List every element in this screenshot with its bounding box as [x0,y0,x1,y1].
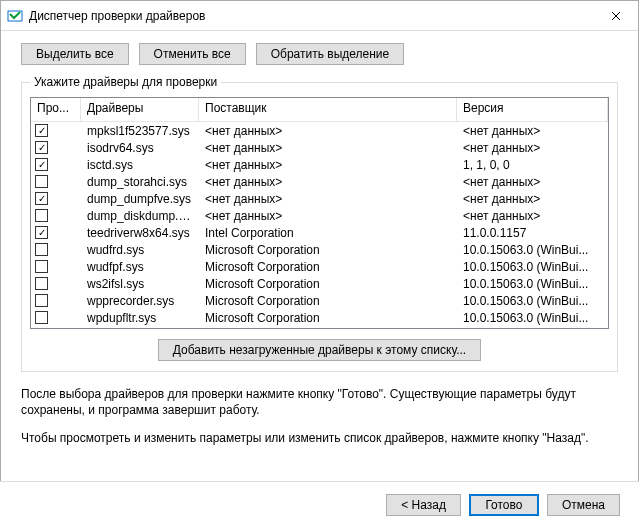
vendor-name: Microsoft Corporation [199,243,457,257]
vendor-name: <нет данных> [199,209,457,223]
version-text: <нет данных> [457,141,608,155]
version-text: 10.0.15063.0 (WinBui... [457,328,608,330]
vendor-name: <нет данных> [199,158,457,172]
footer-buttons: < Назад Готово Отмена [0,481,639,528]
driver-name: isctd.sys [81,158,199,172]
invert-selection-button[interactable]: Обратить выделение [256,43,405,65]
driver-name: ws2ifsl.sys [81,277,199,291]
driver-name: wpdupfltr.sys [81,311,199,325]
info-paragraph-2: Чтобы просмотреть и изменить параметры и… [21,430,618,446]
row-checkbox[interactable] [35,260,48,273]
row-checkbox[interactable] [35,226,48,239]
checkbox-cell [31,243,81,256]
row-checkbox[interactable] [35,277,48,290]
version-text: <нет данных> [457,175,608,189]
table-row[interactable]: dump_storahci.sys<нет данных><нет данных… [31,173,608,190]
select-all-button[interactable]: Выделить все [21,43,129,65]
checkbox-cell [31,277,81,290]
table-row[interactable]: mpksl1f523577.sys<нет данных><нет данных… [31,122,608,139]
driver-name: dump_dumpfve.sys [81,192,199,206]
cancel-button[interactable]: Отмена [547,494,620,516]
back-button[interactable]: < Назад [386,494,461,516]
version-text: 11.0.0.1157 [457,226,608,240]
driver-name: mpksl1f523577.sys [81,124,199,138]
row-checkbox[interactable] [35,158,48,171]
col-header-check[interactable]: Про... [31,98,81,121]
version-text: 10.0.15063.0 (WinBui... [457,294,608,308]
checkbox-cell [31,141,81,154]
add-unloaded-drivers-button[interactable]: Добавить незагруженные драйверы к этому … [158,339,481,361]
table-row[interactable]: wpdupfltr.sysMicrosoft Corporation10.0.1… [31,309,608,326]
list-body[interactable]: mpksl1f523577.sys<нет данных><нет данных… [31,122,608,329]
close-button[interactable] [593,1,638,31]
checkbox-cell [31,158,81,171]
selection-toolbar: Выделить все Отменить все Обратить выдел… [21,43,618,65]
version-text: <нет данных> [457,124,608,138]
row-checkbox[interactable] [35,209,48,222]
table-row[interactable]: ws2ifsl.sysMicrosoft Corporation10.0.150… [31,275,608,292]
drivers-group-label: Укажите драйверы для проверки [30,75,221,89]
table-row[interactable]: wpprecorder.sysMicrosoft Corporation10.0… [31,292,608,309]
deselect-all-button[interactable]: Отменить все [139,43,246,65]
version-text: 10.0.15063.0 (WinBui... [457,260,608,274]
checkbox-cell [31,209,81,222]
vendor-name: Microsoft Corporation [199,277,457,291]
driver-name: wudfrd.sys [81,243,199,257]
driver-name: wudfpf.sys [81,260,199,274]
checkbox-cell [31,175,81,188]
vendor-name: <нет данных> [199,124,457,138]
info-paragraph-1: После выбора драйверов для проверки нажм… [21,386,618,418]
list-header: Про... Драйверы Поставщик Версия [31,98,608,122]
checkbox-cell [31,311,81,324]
driver-name: wpprecorder.sys [81,294,199,308]
finish-button[interactable]: Готово [469,494,539,516]
checkbox-cell [31,124,81,137]
table-row[interactable]: isctd.sys<нет данных>1, 1, 0, 0 [31,156,608,173]
table-row[interactable]: wudfpf.sysMicrosoft Corporation10.0.1506… [31,258,608,275]
checkbox-cell [31,226,81,239]
row-checkbox[interactable] [35,175,48,188]
checkbox-cell [31,294,81,307]
drivers-list: Про... Драйверы Поставщик Версия mpksl1f… [30,97,609,329]
checkbox-cell [31,260,81,273]
version-text: 1, 1, 0, 0 [457,158,608,172]
checkbox-cell [31,192,81,205]
row-checkbox[interactable] [35,311,48,324]
table-row[interactable]: dump_diskdump.sys<нет данных><нет данных… [31,207,608,224]
col-header-drivers[interactable]: Драйверы [81,98,199,121]
vendor-name: Microsoft Corporation [199,260,457,274]
table-row[interactable]: wof.sysMicrosoft Corporation10.0.15063.0… [31,326,608,329]
table-row[interactable]: isodrv64.sys<нет данных><нет данных> [31,139,608,156]
driver-name: teedriverw8x64.sys [81,226,199,240]
table-row[interactable]: wudfrd.sysMicrosoft Corporation10.0.1506… [31,241,608,258]
title-bar: Диспетчер проверки драйверов [1,1,638,31]
vendor-name: Microsoft Corporation [199,328,457,330]
version-text: 10.0.15063.0 (WinBui... [457,243,608,257]
drivers-group: Укажите драйверы для проверки Про... Дра… [21,75,618,372]
app-icon [7,8,23,24]
driver-name: isodrv64.sys [81,141,199,155]
version-text: <нет данных> [457,209,608,223]
row-checkbox[interactable] [35,294,48,307]
vendor-name: <нет данных> [199,192,457,206]
row-checkbox[interactable] [35,192,48,205]
driver-name: dump_storahci.sys [81,175,199,189]
row-checkbox[interactable] [35,328,48,329]
row-checkbox[interactable] [35,141,48,154]
version-text: 10.0.15063.0 (WinBui... [457,311,608,325]
vendor-name: Microsoft Corporation [199,294,457,308]
info-text: После выбора драйверов для проверки нажм… [21,386,618,447]
col-header-vendor[interactable]: Поставщик [199,98,457,121]
vendor-name: Microsoft Corporation [199,311,457,325]
table-row[interactable]: teedriverw8x64.sysIntel Corporation11.0.… [31,224,608,241]
row-checkbox[interactable] [35,243,48,256]
driver-name: dump_diskdump.sys [81,209,199,223]
table-row[interactable]: dump_dumpfve.sys<нет данных><нет данных> [31,190,608,207]
vendor-name: <нет данных> [199,175,457,189]
row-checkbox[interactable] [35,124,48,137]
window-title: Диспетчер проверки драйверов [29,9,593,23]
col-header-version[interactable]: Версия [457,98,608,121]
version-text: 10.0.15063.0 (WinBui... [457,277,608,291]
checkbox-cell [31,328,81,329]
vendor-name: Intel Corporation [199,226,457,240]
